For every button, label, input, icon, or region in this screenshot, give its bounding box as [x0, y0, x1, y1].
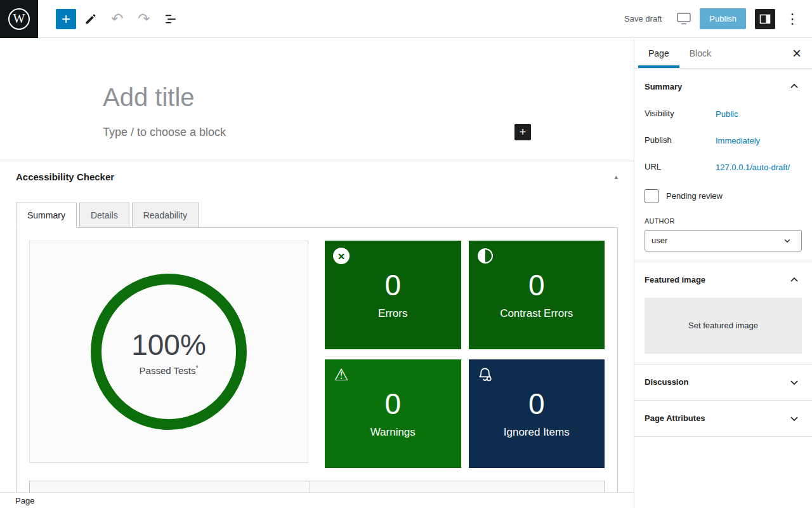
- pending-review-row: Pending review: [645, 189, 802, 203]
- publish-button[interactable]: Publish: [700, 8, 746, 29]
- url-value-link[interactable]: 127.0.0.1/auto-draft/: [716, 162, 790, 174]
- sidebar-tabs: Page Block ×: [634, 39, 812, 69]
- warnings-count: 0: [384, 389, 401, 418]
- plus-icon: +: [62, 10, 70, 28]
- redo-icon: ↷: [138, 10, 150, 27]
- summary-cards-grid: × 0 Errors 0 Contrast Errors ⚠: [325, 241, 605, 468]
- warnings-card: ⚠ 0 Warnings: [325, 359, 461, 468]
- contrast-icon: [476, 247, 494, 265]
- pending-review-label: Pending review: [666, 191, 723, 201]
- set-featured-image-button[interactable]: Set featured image: [645, 298, 802, 354]
- asterisk-note: *: [196, 364, 199, 371]
- accessibility-checker-header[interactable]: Accessibility Checker ▴: [0, 161, 634, 190]
- chevron-down-icon: [780, 233, 795, 248]
- close-icon: ×: [792, 44, 801, 62]
- tab-summary[interactable]: Summary: [16, 203, 77, 228]
- featured-image-panel-header[interactable]: Featured image: [645, 272, 802, 288]
- passed-percentage: 100%: [131, 328, 206, 362]
- chevron-up-icon: [787, 79, 802, 94]
- tab-readability[interactable]: Readability: [132, 203, 199, 228]
- redo-button[interactable]: ↷: [132, 7, 156, 31]
- sidebar-panel-icon: [759, 13, 771, 25]
- passed-tests-ring: 100% Passed Tests*: [91, 274, 247, 430]
- sidebar-tab-page[interactable]: Page: [638, 39, 679, 68]
- post-title-input[interactable]: Add title: [103, 82, 531, 112]
- page-attributes-panel-header[interactable]: Page Attributes: [645, 411, 802, 426]
- error-circle-x-icon: ×: [332, 247, 350, 265]
- tab-details[interactable]: Details: [79, 203, 129, 228]
- editor-canvas: Add title Type / to choose a block + Acc…: [0, 39, 634, 492]
- preview-button[interactable]: [672, 8, 696, 30]
- monitor-icon: [677, 13, 691, 25]
- passed-tests-card: 100% Passed Tests*: [29, 241, 308, 463]
- summary-panel: Summary Visibility Public Publish Immedi…: [634, 69, 812, 262]
- pending-review-checkbox[interactable]: [645, 189, 658, 203]
- author-label: AUTHOR: [645, 217, 802, 225]
- document-breadcrumb[interactable]: Page: [0, 496, 34, 505]
- divider: [309, 481, 310, 492]
- settings-sidebar-toggle-button[interactable]: [755, 9, 775, 29]
- editor-top-bar: W + ↶ ↷ Save draft Publish ⋮: [0, 0, 812, 38]
- sidebar-tab-block[interactable]: Block: [679, 39, 721, 68]
- publish-label: Publish: [645, 135, 716, 147]
- author-section: AUTHOR user: [645, 217, 802, 251]
- settings-sidebar: Page Block × Summary Visibility Public P…: [634, 39, 812, 508]
- accessibility-checker-metabox: Accessibility Checker ▴ Summary Details …: [0, 161, 634, 492]
- author-select[interactable]: user: [645, 230, 802, 251]
- tools-button[interactable]: [79, 7, 103, 31]
- accessibility-summary-panel: 100% Passed Tests* × 0 Errors: [16, 227, 618, 492]
- publish-row: Publish Immediately: [645, 135, 802, 147]
- empty-paragraph-block[interactable]: Type / to choose a block +: [103, 121, 531, 143]
- metabox-title: Accessibility Checker: [16, 171, 114, 182]
- errors-label: Errors: [378, 307, 407, 320]
- undo-button[interactable]: ↶: [105, 7, 129, 31]
- block-inserter-button[interactable]: +: [514, 124, 531, 140]
- contrast-errors-count: 0: [528, 271, 545, 300]
- publish-value-link[interactable]: Immediately: [716, 135, 760, 147]
- list-view-icon: [163, 11, 178, 27]
- chevron-up-icon: [787, 272, 802, 288]
- block-inserter-toggle-button[interactable]: +: [56, 9, 76, 29]
- collapse-panel-icon[interactable]: ▴: [614, 173, 618, 181]
- chevron-down-icon: [787, 375, 802, 390]
- contrast-errors-label: Contrast Errors: [500, 307, 573, 320]
- visibility-value-link[interactable]: Public: [716, 109, 738, 121]
- summary-detail-section-partial: [29, 481, 605, 492]
- summary-panel-title: Summary: [645, 82, 682, 91]
- visibility-row: Visibility Public: [645, 109, 802, 121]
- undo-icon: ↶: [111, 10, 123, 27]
- editor-column: Add title Type / to choose a block +: [103, 39, 531, 143]
- options-menu-button[interactable]: ⋮: [779, 8, 806, 30]
- featured-image-title: Featured image: [645, 275, 705, 284]
- block-placeholder-text: Type / to choose a block: [103, 126, 226, 139]
- page-attributes-panel: Page Attributes: [634, 401, 812, 437]
- page-attributes-title: Page Attributes: [645, 413, 705, 423]
- warnings-label: Warnings: [370, 426, 416, 439]
- plus-icon: +: [520, 126, 527, 139]
- kebab-icon: ⋮: [785, 11, 799, 27]
- chevron-down-icon: [787, 411, 802, 426]
- save-draft-button[interactable]: Save draft: [618, 9, 668, 29]
- top-bar-actions: Save draft Publish ⋮: [618, 8, 812, 30]
- summary-layout: 100% Passed Tests* × 0 Errors: [29, 241, 605, 468]
- author-selected-value: user: [652, 236, 667, 245]
- url-label: URL: [645, 162, 716, 174]
- accessibility-checker-tabs: Summary Details Readability: [0, 190, 634, 227]
- summary-panel-header[interactable]: Summary: [645, 79, 802, 94]
- editor-footer: Page: [0, 492, 634, 508]
- warning-triangle-icon: ⚠: [332, 366, 350, 384]
- ignored-items-card: 0 Ignored Items: [469, 359, 605, 468]
- ignored-items-label: Ignored Items: [504, 426, 570, 439]
- discussion-title: Discussion: [645, 377, 688, 387]
- visibility-label: Visibility: [645, 109, 716, 121]
- errors-count: 0: [384, 271, 401, 300]
- pencil-icon: [84, 13, 97, 25]
- wordpress-w-icon: W: [8, 8, 30, 30]
- ignored-items-count: 0: [528, 389, 545, 418]
- document-overview-button[interactable]: [159, 7, 183, 31]
- passed-tests-label: Passed Tests*: [140, 364, 199, 376]
- close-sidebar-button[interactable]: ×: [782, 39, 812, 68]
- discussion-panel-header[interactable]: Discussion: [645, 375, 802, 390]
- bell-icon: [476, 366, 494, 384]
- wordpress-logo-button[interactable]: W: [0, 0, 38, 38]
